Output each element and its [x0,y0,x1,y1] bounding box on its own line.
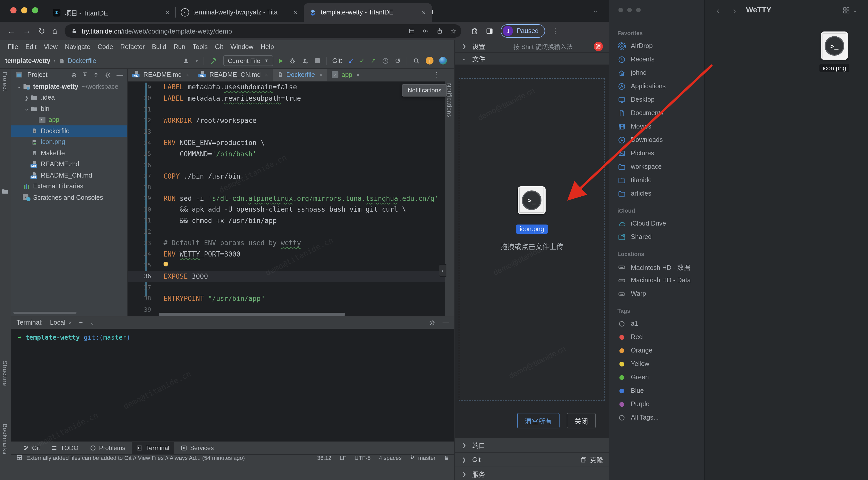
close-icon[interactable]: × [319,72,322,78]
lock-icon[interactable] [71,28,77,34]
panel-section-端口[interactable]: ❯端口 [455,438,609,452]
code-line-29[interactable]: 29RUN sed -i 's/dl-cdn.alpinelinux.org/m… [128,193,445,204]
tree-item-readme-md[interactable]: MDREADME.md [11,159,127,170]
status-message[interactable]: Externally added files can be added to G… [26,455,245,461]
close-icon[interactable]: × [186,72,189,78]
code-line-22[interactable]: 22WORKDIR /root/workspace [128,115,445,126]
extensions-puzzle-icon[interactable] [471,27,478,35]
sidebar-item-airdrop[interactable]: AirDrop [614,39,701,53]
close-icon[interactable]: × [293,8,299,16]
finder-file[interactable]: >_ icon.png [819,32,849,72]
history-clock-icon[interactable] [382,57,389,64]
ide-assistant-sphere-icon[interactable] [439,57,447,65]
upload-dropzone[interactable]: >_ icon.png 拖拽或点击文件上传 demo@titanide.cn d… [459,78,605,401]
code-line-31[interactable]: 31 && chmod +x /usr/bin/app [128,215,445,226]
tree-item-bin[interactable]: ⌄bin [11,103,127,114]
code-line-37[interactable]: 37 [128,282,445,293]
sidebar-item-blue[interactable]: Blue [614,384,701,398]
locate-file-icon[interactable]: ⊕ [71,71,77,79]
code-line-26[interactable]: 26 [128,160,445,171]
chevron-down-icon[interactable]: ▾ [195,58,198,63]
sidebar-item-pictures[interactable]: Pictures [614,146,701,160]
sidebar-item-yellow[interactable]: Yellow [614,357,701,371]
clone-button[interactable]: 克隆 [580,455,603,465]
stop-button[interactable] [315,58,320,64]
tab-search-chevron-icon[interactable]: ⌄ [593,6,598,14]
editor-tabs-menu-kebab-icon[interactable]: ⋮ [428,69,445,81]
tool-stripe-structure[interactable]: Structure [2,361,8,386]
sidebar-item-macintosh-hd-data[interactable]: Macintosh HD - Data [614,274,701,287]
finder-window-controls[interactable] [618,8,641,12]
sidebar-item-recents[interactable]: Recents [614,53,701,66]
browser-tab[interactable]: <t>项目 - TitanIDE× [48,3,176,22]
sidebar-item-all-tags-[interactable]: All Tags... [614,411,701,424]
reading-list-icon[interactable] [408,27,416,35]
tree-item--idea[interactable]: ❯.idea [11,92,127,103]
sidebar-item-red[interactable]: Red [614,330,701,344]
git-push-icon[interactable]: ↗ [371,57,376,65]
menu-build[interactable]: Build [148,43,170,50]
sidebar-item-titanide[interactable]: titanide [614,173,701,187]
share-icon[interactable] [436,27,443,35]
menu-git[interactable]: Git [211,43,227,50]
sidebar-item-johnd[interactable]: johnd [614,66,701,79]
sidebar-item-applications[interactable]: Applications [614,79,701,93]
menu-view[interactable]: View [40,43,61,50]
clear-all-button[interactable]: 清空所有 [517,413,560,428]
toolwindow-terminal[interactable]: Terminal [132,442,174,454]
menu-help[interactable]: Help [257,43,277,50]
line-ending[interactable]: LF [340,455,346,461]
panel-section-服务[interactable]: ❯服务 [455,467,609,480]
tree-chevron-icon[interactable]: ⌄ [16,84,22,90]
menu-file[interactable]: File [4,43,22,50]
expand-stripe-button[interactable]: › [439,264,446,277]
password-key-icon[interactable] [423,27,430,35]
tree-item-template-wetty[interactable]: ⌄template-wetty~/workspace [11,81,127,92]
breadcrumb[interactable]: template-wetty › Dockerfile [5,57,96,65]
code-line-23[interactable]: 23 [128,126,445,137]
menu-tools[interactable]: Tools [189,43,211,50]
maximize-window-button[interactable] [636,8,641,12]
finder-file-name[interactable]: icon.png [820,64,849,72]
code-line-21[interactable]: 21 [128,104,445,115]
tree-item-dockerfile[interactable]: Dockerfile [11,126,127,137]
close-icon[interactable]: × [265,72,268,78]
code-line-32[interactable]: 32 [128,226,445,237]
terminal-output[interactable]: ➜ template-wetty git:(master) demo@titan… [11,329,454,441]
git-branch[interactable]: master [410,455,436,461]
minimize-window-button[interactable] [21,7,27,13]
side-panel-icon[interactable] [486,27,493,35]
bookmark-star-icon[interactable]: ☆ [450,27,456,35]
menu-window[interactable]: Window [227,43,257,50]
minimize-panel-icon[interactable]: — [442,319,449,326]
tree-chevron-icon[interactable]: ❯ [23,95,30,101]
sidebar-item-movies[interactable]: Movies [614,120,701,133]
caret-position[interactable]: 36:12 [317,455,332,461]
sidebar-item-desktop[interactable]: Desktop [614,93,701,106]
home-button[interactable]: ⌂ [53,26,57,36]
tool-stripe-bookmarks[interactable]: Bookmarks [2,424,8,454]
sidebar-item-downloads[interactable]: Downloads [614,133,701,146]
minimize-window-button[interactable] [627,8,632,12]
sidebar-item-a1[interactable]: a1 [614,317,701,330]
hide-panel-icon[interactable]: — [117,71,123,79]
editor-tab-app[interactable]: ›app× [327,69,365,81]
project-panel-title[interactable]: Project [27,71,48,78]
close-icon[interactable]: × [68,319,72,326]
code-line-30[interactable]: 30 && apk add -U openssh-client sshpass … [128,204,445,215]
run-with-profile-icon[interactable] [302,57,309,64]
sidebar-item-workspace[interactable]: workspace [614,160,701,173]
sidebar-item-macintosh-hd-数据[interactable]: Macintosh HD - 数据 [614,260,701,274]
expand-all-icon[interactable] [82,72,88,78]
tree-item-external-libraries[interactable]: External Libraries [11,181,127,192]
file-encoding[interactable]: UTF-8 [354,455,370,461]
debug-bug-icon[interactable] [289,57,296,64]
tree-item-makefile[interactable]: Makefile [11,148,127,159]
git-commit-check-icon[interactable]: ✓ [359,57,365,65]
tree-item-readme-cn-md[interactable]: MDREADME_CN.md [11,170,127,181]
code-line-34[interactable]: 34ENV WETTY_PORT=3000 [128,248,445,260]
panel-section-git[interactable]: ❯Git克隆 [455,452,609,467]
user-icon[interactable] [183,57,190,64]
view-options-grid-icon[interactable] [842,7,850,14]
close-icon[interactable]: × [356,72,360,78]
